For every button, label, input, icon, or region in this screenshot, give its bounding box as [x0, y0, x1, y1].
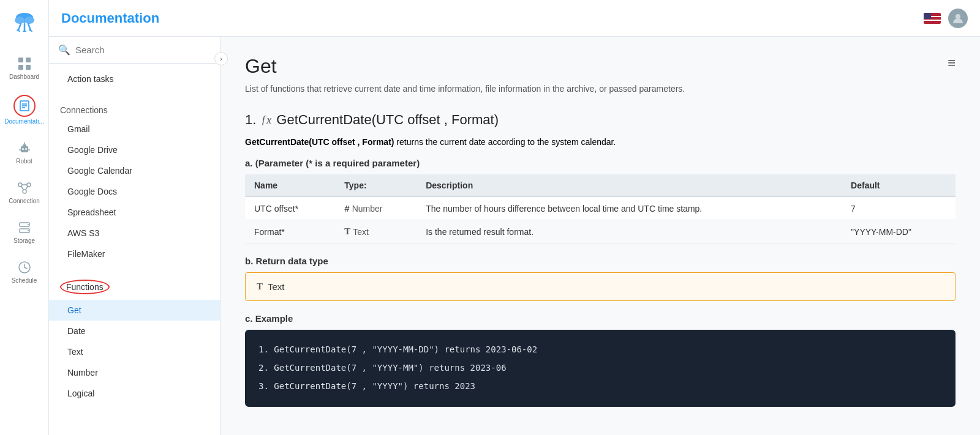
table-row: UTC offset* # Number The number of hours… — [245, 197, 956, 220]
app-logo — [9, 6, 40, 37]
connections-section: Connections Gmail Google Drive Google Ca… — [49, 94, 220, 269]
function-desc-part2: returns the current date according to th… — [394, 137, 616, 147]
search-bar: 🔍 — [49, 37, 220, 64]
svg-rect-18 — [23, 144, 26, 147]
nav-aws-s3[interactable]: AWS S3 — [49, 223, 220, 244]
nav-date[interactable]: Date — [49, 321, 220, 341]
svg-line-6 — [17, 30, 20, 31]
param-default-0: 7 — [842, 197, 956, 220]
svg-point-2 — [24, 17, 34, 24]
function-description: GetCurrentDate(UTC offset , Format) retu… — [245, 137, 956, 147]
param-default-1: "YYYY-MM-DD" — [842, 220, 956, 244]
documentation-label: Documentati... — [4, 118, 43, 125]
table-row: Format* T Text Is the returned result fo… — [245, 220, 956, 244]
col-description: Description — [417, 174, 842, 197]
params-table: Name Type: Description Default UTC offse… — [245, 174, 956, 244]
svg-rect-12 — [26, 65, 31, 70]
example-box: 1. GetCurrentDate(7 , "YYYY-MM-DD") retu… — [245, 330, 956, 407]
function-heading-1: 1. ƒx GetCurrentDate(UTC offset , Format… — [245, 112, 956, 128]
page-title: Get — [245, 55, 277, 78]
svg-line-3 — [18, 24, 21, 30]
connection-label: Connection — [9, 198, 40, 204]
search-input[interactable] — [75, 45, 211, 55]
sidebar-item-robot[interactable]: Robot — [0, 133, 48, 171]
storage-icon — [16, 219, 33, 236]
left-nav: 🔍 Action tasks Connections Gmail Google … — [49, 37, 221, 435]
nav-google-docs[interactable]: Google Docs — [49, 181, 220, 202]
app-title: Documentation — [61, 10, 159, 26]
menu-icon[interactable]: ≡ — [948, 55, 956, 71]
type-icon-1: T — [344, 226, 350, 237]
svg-line-5 — [28, 24, 31, 30]
nav-spreadsheet[interactable]: Spreadsheet — [49, 202, 220, 223]
svg-point-20 — [25, 148, 27, 150]
nav-number[interactable]: Number — [49, 362, 220, 383]
nav-google-drive[interactable]: Google Drive — [49, 139, 220, 160]
param-desc-1: Is the returned result format. — [417, 220, 842, 244]
storage-label: Storage — [13, 237, 35, 244]
collapse-nav-button[interactable]: › — [214, 52, 228, 65]
content-description: List of functions that retrieve current … — [245, 84, 956, 94]
example-line-1: 2. GetCurrentDate(7 , "YYYY-MM") returns… — [258, 359, 942, 376]
nav-logical[interactable]: Logical — [49, 383, 220, 404]
search-icon: 🔍 — [58, 44, 70, 56]
svg-line-29 — [21, 187, 23, 190]
svg-line-8 — [29, 30, 32, 31]
schedule-label: Schedule — [12, 277, 37, 284]
svg-point-22 — [24, 143, 25, 144]
documentation-icon-circle — [13, 95, 36, 117]
language-flag[interactable] — [924, 13, 941, 24]
return-type-icon: T — [257, 281, 263, 292]
svg-point-38 — [956, 14, 960, 19]
sidebar-item-storage[interactable]: Storage — [0, 213, 48, 250]
schedule-icon — [16, 259, 33, 276]
sidebar-item-documentation[interactable]: Documentati... — [0, 89, 48, 131]
svg-rect-10 — [26, 58, 31, 62]
param-name-1: Format* — [245, 220, 335, 244]
nav-google-calendar[interactable]: Google Calendar — [49, 160, 220, 181]
nav-text[interactable]: Text — [49, 341, 220, 362]
col-default: Default — [842, 174, 956, 197]
functions-section: Functions Get Date Text Number Logical — [49, 269, 220, 409]
example-line-0: 1. GetCurrentDate(7 , "YYYY-MM-DD") retu… — [258, 341, 942, 358]
col-name: Name — [245, 174, 335, 197]
nav-filemaker[interactable]: FileMaker — [49, 244, 220, 264]
type-icon-0: # — [344, 203, 349, 214]
sidebar-item-schedule[interactable]: Schedule — [0, 253, 48, 290]
sidebar-item-connection[interactable]: Connection — [0, 173, 48, 210]
function-signature: GetCurrentDate(UTC offset , Format) — [276, 112, 499, 128]
svg-rect-11 — [18, 65, 23, 70]
action-tasks-link[interactable]: Action tasks — [49, 69, 220, 89]
return-type-text: Text — [268, 281, 285, 292]
return-type-box: T Text — [245, 272, 956, 301]
nav-gmail[interactable]: Gmail — [49, 119, 220, 139]
type-label-0: Number — [352, 204, 383, 214]
example-line-2: 3. GetCurrentDate(7 , "YYYY") returns 20… — [258, 377, 942, 395]
action-tasks-section: Action tasks — [49, 64, 220, 94]
connections-header: Connections — [49, 99, 220, 119]
param-desc-0: The number of hours difference between l… — [417, 197, 842, 220]
main-container: 🔍 Action tasks Connections Gmail Google … — [49, 37, 980, 435]
robot-label: Robot — [16, 158, 32, 165]
function-bold-desc: GetCurrentDate(UTC offset , Format) — [245, 137, 394, 147]
svg-rect-17 — [21, 146, 28, 152]
svg-point-19 — [22, 148, 24, 150]
user-avatar[interactable] — [948, 9, 968, 28]
return-section-label: b. Return data type — [245, 256, 956, 266]
param-section-label: a. (Parameter (* is a required parameter… — [245, 158, 956, 168]
svg-point-1 — [15, 17, 24, 24]
type-label-1: Text — [353, 227, 369, 237]
nav-get[interactable]: Get — [49, 300, 220, 321]
function-section-1: 1. ƒx GetCurrentDate(UTC offset , Format… — [245, 112, 956, 407]
dashboard-icon — [16, 55, 33, 72]
param-type-1: T Text — [335, 220, 417, 244]
sidebar-item-dashboard[interactable]: Dashboard — [0, 49, 48, 86]
svg-line-30 — [25, 187, 28, 190]
functions-header-link[interactable]: Functions — [49, 274, 220, 300]
svg-point-34 — [28, 230, 29, 231]
fx-icon: ƒx — [261, 114, 271, 127]
content-area: Get ≡ List of functions that retrieve cu… — [221, 37, 980, 435]
svg-line-37 — [24, 267, 27, 269]
dashboard-label: Dashboard — [9, 73, 39, 80]
content-header: Get ≡ — [245, 55, 956, 78]
